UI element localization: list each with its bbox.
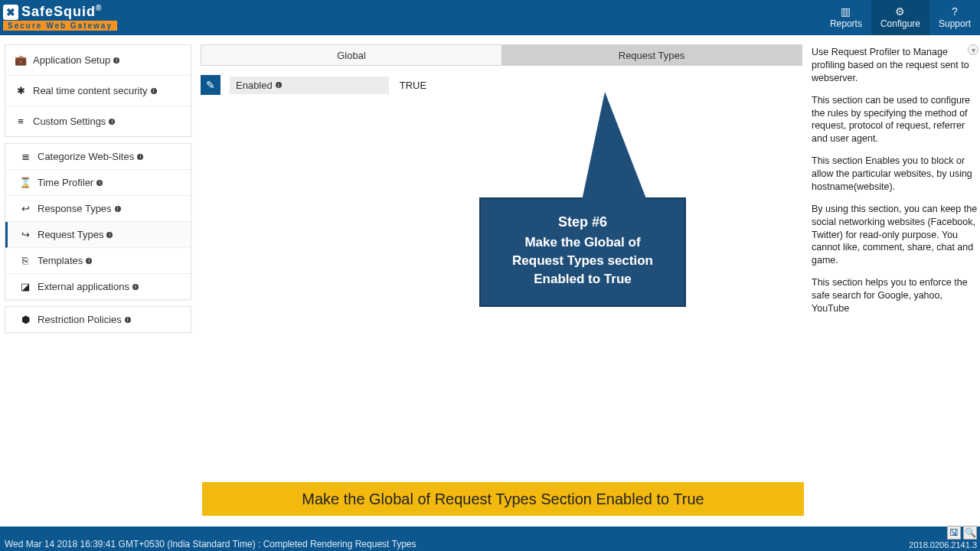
tab-request-types[interactable]: Request Types: [501, 45, 802, 65]
main: Global Request Types ✎ Enabled i TRUE Us…: [196, 35, 980, 516]
callout-line: Make the Global of: [496, 233, 669, 252]
sidebar-item-rt-security[interactable]: ✱ Real time content security i: [5, 76, 191, 106]
sidebar-label: Templates: [38, 255, 83, 266]
info-icon: i: [106, 232, 113, 238]
edit-button[interactable]: ✎: [201, 75, 220, 95]
info-icon: i: [125, 317, 131, 323]
nav-label: Support: [939, 18, 971, 29]
sidebar-panel-bottom: ⬢ Restriction Policies i: [5, 306, 191, 333]
sidebar-item-request-types[interactable]: ↪ Request Types i: [5, 222, 191, 248]
sidebar: 💼 Application Setup i ✱ Real time conten…: [0, 35, 196, 516]
nav-label: Reports: [830, 18, 862, 29]
status-text: Wed Mar 14 2018 16:39:41 GMT+0530 (India…: [5, 539, 416, 549]
enabled-value: TRUE: [400, 80, 426, 91]
briefcase-icon: 💼: [13, 54, 28, 66]
template-icon: ⎘: [18, 255, 33, 266]
fwd-icon: ↪: [18, 229, 33, 240]
help-panel: Use Request Profiler to Manage profiling…: [807, 35, 980, 516]
global-enabled-row: ✎ Enabled i TRUE: [201, 73, 802, 96]
info-icon: i: [109, 119, 115, 125]
top-nav: ▥ Reports ⚙ Configure ? Support: [821, 0, 980, 35]
sidebar-item-app-setup[interactable]: 💼 Application Setup i: [5, 45, 191, 76]
tab-global[interactable]: Global: [201, 45, 501, 65]
sidebar-label: Application Setup: [33, 54, 110, 66]
hourglass-icon: ⌛: [18, 177, 33, 188]
search-button[interactable]: 🔍: [963, 526, 977, 540]
callout-title: Step #6: [496, 213, 669, 232]
brand-icon: ✖: [3, 5, 18, 20]
tabs: Global Request Types: [201, 44, 802, 66]
sidebar-label: Real time content security: [33, 85, 148, 96]
sidebar-item-response-types[interactable]: ↩ Response Types i: [5, 196, 191, 222]
scroll-up-icon[interactable]: ▾: [968, 44, 978, 55]
sliders-icon: ≡: [13, 116, 28, 127]
enabled-label: Enabled i: [230, 77, 389, 94]
sidebar-panel-top: 💼 Application Setup i ✱ Real time conten…: [5, 44, 191, 137]
brand-tagline: Secure Web Gateway: [3, 20, 117, 31]
sidebar-label: Request Types: [38, 229, 103, 240]
reports-icon: ▥: [841, 6, 851, 17]
help-text: Use Request Profiler to Manage profiling…: [812, 46, 978, 85]
ext-icon: ◪: [18, 281, 33, 292]
save-button[interactable]: 🖫: [947, 526, 961, 540]
sidebar-item-templates[interactable]: ⎘ Templates i: [5, 248, 191, 274]
bug-icon: ✱: [13, 85, 28, 96]
sidebar-subgroup: ≣ Categorize Web-Sites i ⌛ Time Profiler…: [5, 143, 191, 300]
sidebar-item-time-profiler[interactable]: ⌛ Time Profiler i: [5, 170, 191, 196]
back-icon: ↩: [18, 203, 33, 214]
sidebar-label: Restriction Policies: [38, 314, 122, 325]
configure-icon: ⚙: [895, 6, 905, 17]
sidebar-label: External applications: [38, 281, 129, 292]
sidebar-label: Categorize Web-Sites: [38, 151, 134, 162]
nav-label: Configure: [880, 18, 920, 29]
help-text: By using this section, you can keep the …: [812, 203, 978, 267]
info-icon: i: [96, 180, 103, 186]
instruction-banner: Make the Global of Request Types Section…: [202, 482, 804, 516]
enabled-label-text: Enabled: [236, 80, 273, 91]
nav-reports[interactable]: ▥ Reports: [821, 0, 871, 35]
body: 💼 Application Setup i ✱ Real time conten…: [0, 35, 980, 516]
help-text: This section can be used to configure th…: [812, 94, 978, 146]
info-icon: i: [151, 88, 157, 94]
status-bar: Wed Mar 14 2018 16:39:41 GMT+0530 (India…: [0, 527, 980, 551]
sidebar-item-restriction[interactable]: ⬢ Restriction Policies i: [5, 307, 191, 332]
brand-name: SafeSquid®: [21, 4, 102, 20]
sidebar-item-external-apps[interactable]: ◪ External applications i: [5, 274, 191, 299]
status-right: 🖫 🔍 2018.0206.2141.3: [909, 526, 977, 549]
step-callout: Step #6 Make the Global of Request Types…: [479, 197, 686, 307]
sidebar-item-categorize[interactable]: ≣ Categorize Web-Sites i: [5, 144, 191, 170]
info-icon: i: [86, 258, 92, 264]
callout-line: Enabled to True: [496, 270, 669, 289]
sidebar-item-custom[interactable]: ≡ Custom Settings i: [5, 106, 191, 136]
help-text: This section Enables you to block or all…: [812, 155, 978, 194]
sidebar-label: Custom Settings: [33, 116, 106, 127]
build-version: 2018.0206.2141.3: [909, 540, 977, 549]
nav-configure[interactable]: ⚙ Configure: [871, 0, 929, 35]
shield-icon: ⬢: [18, 314, 33, 325]
help-text: This section helps you to enforce the sa…: [812, 276, 978, 315]
nav-support[interactable]: ? Support: [929, 0, 980, 35]
info-icon: i: [115, 206, 121, 212]
sidebar-label: Time Profiler: [38, 177, 93, 188]
info-icon: i: [137, 154, 143, 160]
info-icon: i: [276, 82, 282, 88]
info-icon: i: [113, 57, 119, 64]
info-icon: i: [132, 284, 139, 290]
support-icon: ?: [952, 6, 958, 17]
sidebar-label: Response Types: [38, 203, 112, 214]
top-bar: ✖ SafeSquid® Secure Web Gateway ▥ Report…: [0, 0, 980, 35]
callout-line: Request Types section: [496, 252, 669, 270]
brand-block: ✖ SafeSquid® Secure Web Gateway: [0, 4, 117, 31]
db-icon: ≣: [18, 151, 33, 162]
